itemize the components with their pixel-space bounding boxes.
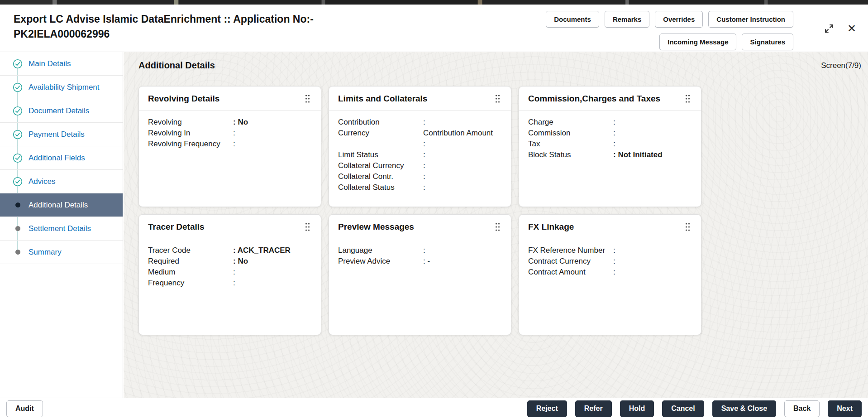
header-actions-row-2: Incoming MessageSignatures: [659, 34, 793, 50]
remarks-button[interactable]: Remarks: [605, 11, 649, 28]
sidebar-item-payment-details[interactable]: Payment Details: [0, 123, 123, 146]
card-menu-icon[interactable]: [303, 221, 312, 233]
card-body: Language:Preview Advice: -: [329, 239, 511, 273]
card-header: Tracer Details: [139, 215, 321, 239]
field-row: Preview Advice: -: [338, 256, 502, 267]
cancel-button[interactable]: Cancel: [662, 400, 704, 417]
field-value: :: [613, 117, 615, 128]
card-menu-icon[interactable]: [683, 221, 692, 233]
card-body: Revolving: NoRevolving In:Revolving Freq…: [139, 111, 321, 155]
sidebar-item-document-details[interactable]: Document Details: [0, 99, 123, 123]
card-menu-icon[interactable]: [303, 93, 312, 105]
field-row: Frequency:: [148, 278, 312, 289]
card-header: Commission,Charges and Taxes: [519, 87, 701, 111]
card-title: Preview Messages: [338, 222, 414, 232]
card-header: Revolving Details: [139, 87, 321, 111]
step-dot-icon: [15, 250, 20, 255]
hold-button[interactable]: Hold: [620, 400, 654, 417]
card-title: Revolving Details: [148, 94, 219, 104]
step-dot-icon: [15, 226, 20, 231]
field-label: Block Status: [528, 149, 613, 160]
field-value: :: [423, 171, 425, 182]
card-menu-icon[interactable]: [493, 93, 502, 105]
card-title: FX Linkage: [528, 222, 574, 232]
field-label: Language: [338, 245, 423, 256]
card-fx-linkage: FX LinkageFX Reference Number:Contract C…: [519, 214, 701, 335]
field-row: FX Reference Number:: [528, 245, 692, 256]
field-value: Contribution Amount: [423, 128, 493, 139]
field-value: :: [233, 128, 235, 139]
reject-button[interactable]: Reject: [527, 400, 567, 417]
signatures-button[interactable]: Signatures: [742, 34, 793, 50]
field-value: :: [423, 117, 425, 128]
card-menu-icon[interactable]: [493, 221, 502, 233]
field-row: Contract Currency:: [528, 256, 692, 267]
field-value: : ACK_TRACER: [233, 245, 291, 256]
sidebar-item-additional-details[interactable]: Additional Details: [0, 193, 123, 217]
overrides-button[interactable]: Overrides: [655, 11, 703, 28]
sidebar-item-advices[interactable]: Advices: [0, 170, 123, 193]
documents-button[interactable]: Documents: [546, 11, 599, 28]
field-row: Required: No: [148, 256, 312, 267]
field-label: Commission: [528, 128, 613, 139]
sidebar-item-additional-fields[interactable]: Additional Fields: [0, 146, 123, 170]
field-row: Medium:: [148, 267, 312, 278]
app-header: Export LC Advise Islamic DataEnrichment …: [0, 5, 868, 52]
screen-counter: Screen(7/9): [821, 61, 861, 70]
back-button[interactable]: Back: [784, 400, 820, 417]
audit-button[interactable]: Audit: [6, 400, 43, 417]
field-label: Collateral Status: [338, 182, 423, 193]
field-row: Revolving: No: [148, 117, 312, 128]
check-circle-icon: [13, 153, 23, 163]
field-value: : No: [233, 117, 248, 128]
field-label: Contribution: [338, 117, 423, 128]
card-header: Limits and Collaterals: [329, 87, 511, 111]
card-menu-icon[interactable]: [683, 93, 692, 105]
field-row: Collateral Status:: [338, 182, 502, 193]
fullscreen-toggle-icon[interactable]: [824, 23, 835, 34]
field-label: Tax: [528, 139, 613, 149]
sidebar-item-settlement-details[interactable]: Settlement Details: [0, 217, 123, 241]
sidebar-item-main-details[interactable]: Main Details: [0, 52, 123, 76]
card-tracer-details: Tracer DetailsTracer Code: ACK_TRACERReq…: [138, 214, 321, 335]
field-value: :: [613, 128, 615, 139]
field-value: :: [423, 149, 425, 160]
refer-button[interactable]: Refer: [575, 400, 612, 417]
sidebar-item-label: Document Details: [29, 106, 89, 116]
field-label: Contract Amount: [528, 267, 613, 278]
sidebar-item-summary[interactable]: Summary: [0, 241, 123, 264]
field-row: Charge:: [528, 117, 692, 128]
field-value: :: [613, 256, 615, 267]
card-body: Contribution:CurrencyContribution Amount…: [329, 111, 511, 199]
sidebar-item-label: Additional Fields: [29, 154, 85, 163]
card-header: Preview Messages: [329, 215, 511, 239]
sidebar-item-label: Additional Details: [29, 201, 88, 210]
sidebar-item-label: Main Details: [29, 59, 71, 68]
incoming-message-button[interactable]: Incoming Message: [659, 34, 736, 50]
field-row: Collateral Currency:: [338, 160, 502, 171]
card-commission-charges-and-taxes: Commission,Charges and TaxesCharge:Commi…: [519, 86, 701, 207]
card-body: FX Reference Number:Contract Currency:Co…: [519, 239, 701, 284]
check-circle-icon: [13, 106, 23, 116]
field-label: Preview Advice: [338, 256, 423, 267]
field-row: :: [338, 139, 502, 149]
sidebar-item-availability-shipment[interactable]: Availability Shipment: [0, 76, 123, 99]
field-label: Required: [148, 256, 233, 267]
next-button[interactable]: Next: [828, 400, 862, 417]
main-content: Additional Details Screen(7/9) Revolving…: [124, 52, 868, 398]
detail-cards-grid: Revolving DetailsRevolving: NoRevolving …: [138, 86, 701, 335]
field-label: Frequency: [148, 278, 233, 289]
card-body: Tracer Code: ACK_TRACERRequired: NoMediu…: [139, 239, 321, 294]
page-title: Export LC Advise Islamic DataEnrichment …: [14, 12, 314, 42]
field-label: Collateral Currency: [338, 160, 423, 171]
field-label: Revolving In: [148, 128, 233, 139]
save-close-button[interactable]: Save & Close: [712, 400, 776, 417]
field-label: Limit Status: [338, 149, 423, 160]
close-icon[interactable]: ✕: [847, 23, 856, 34]
card-limits-and-collaterals: Limits and CollateralsContribution:Curre…: [329, 86, 511, 207]
card-preview-messages: Preview MessagesLanguage:Preview Advice:…: [329, 214, 511, 335]
field-row: Language:: [338, 245, 502, 256]
field-label: Revolving: [148, 117, 233, 128]
sidebar-item-label: Summary: [29, 248, 62, 257]
customer-instruction-button[interactable]: Customer Instruction: [708, 11, 793, 28]
